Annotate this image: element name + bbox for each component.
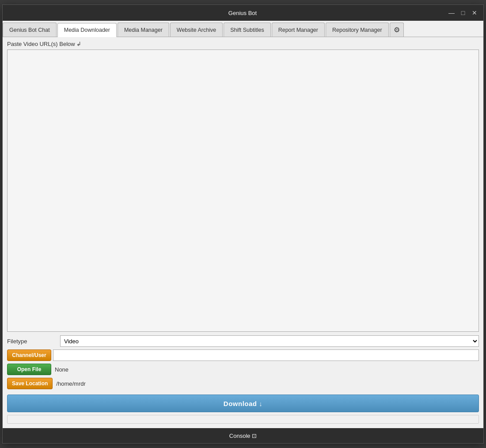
save-location-value: /home/mrdr xyxy=(56,380,85,387)
channel-user-input[interactable] xyxy=(53,349,479,361)
tab-media-manager[interactable]: Media Manager xyxy=(118,23,169,37)
window-controls: — □ ✕ xyxy=(447,8,479,17)
channel-user-button[interactable]: Channel/User xyxy=(7,349,51,361)
app-title: Genius Bot xyxy=(38,10,447,16)
tab-website-archive[interactable]: Website Archive xyxy=(170,23,223,37)
tab-shift-subtitles[interactable]: Shift Subtitles xyxy=(224,23,270,37)
close-button[interactable]: ✕ xyxy=(470,8,479,17)
channel-user-row: Channel/User xyxy=(7,349,479,361)
console-label: Console ⊡ xyxy=(229,433,257,439)
tab-repository-manager[interactable]: Repository Manager xyxy=(326,23,389,37)
titlebar: Genius Bot — □ ✕ xyxy=(3,5,483,21)
open-file-row: Open File None xyxy=(7,364,479,375)
tab-report-manager[interactable]: Report Manager xyxy=(272,23,325,37)
open-file-button[interactable]: Open File xyxy=(7,364,51,375)
tab-genius-bot-chat[interactable]: Genius Bot Chat xyxy=(3,23,57,37)
filetype-select[interactable]: Video Audio Subtitles Thumbnail xyxy=(60,335,479,347)
filetype-row: Filetype Video Audio Subtitles Thumbnail xyxy=(7,335,479,347)
open-file-value: None xyxy=(55,366,68,373)
filetype-label: Filetype xyxy=(7,338,60,345)
tab-settings[interactable]: ⚙ xyxy=(390,23,404,37)
minimize-button[interactable]: — xyxy=(447,8,456,17)
tab-bar: Genius Bot Chat Media Downloader Media M… xyxy=(3,21,483,37)
save-location-button[interactable]: Save Location xyxy=(7,378,53,389)
controls-area: Filetype Video Audio Subtitles Thumbnail… xyxy=(7,335,479,424)
main-content: Paste Video URL(s) Below ↲ Filetype Vide… xyxy=(3,37,483,428)
console-bar[interactable]: Console ⊡ xyxy=(3,428,483,443)
url-textarea[interactable] xyxy=(7,49,479,332)
download-button[interactable]: Download ↓ xyxy=(7,395,479,412)
url-label: Paste Video URL(s) Below ↲ xyxy=(7,41,479,47)
maximize-button[interactable]: □ xyxy=(459,8,467,17)
save-location-row: Save Location /home/mrdr xyxy=(7,378,479,389)
tab-media-downloader[interactable]: Media Downloader xyxy=(57,23,117,37)
progress-bar-container xyxy=(7,415,479,424)
main-window: Genius Bot — □ ✕ Genius Bot Chat Media D… xyxy=(2,4,484,444)
